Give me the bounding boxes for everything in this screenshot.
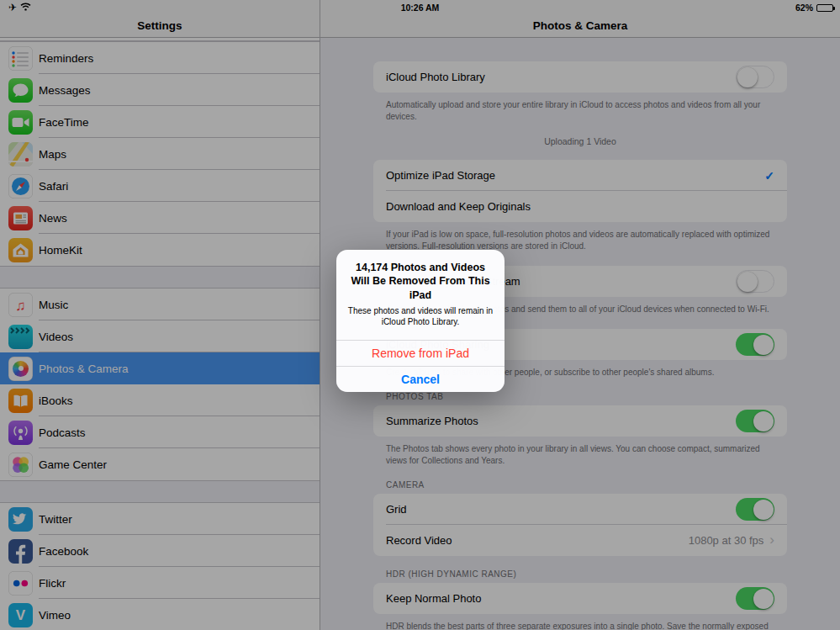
screen: ✈ 10:26 AM 62% Settings RemindersMessage…: [0, 0, 840, 630]
remove-photos-alert: 14,174 Photos and Videos Will Be Removed…: [336, 250, 505, 392]
cancel-button[interactable]: Cancel: [336, 366, 505, 392]
remove-from-ipad-button[interactable]: Remove from iPad: [336, 340, 505, 366]
alert-title: 14,174 Photos and Videos Will Be Removed…: [336, 250, 505, 305]
alert-message: These photos and videos will remain in i…: [336, 305, 505, 340]
